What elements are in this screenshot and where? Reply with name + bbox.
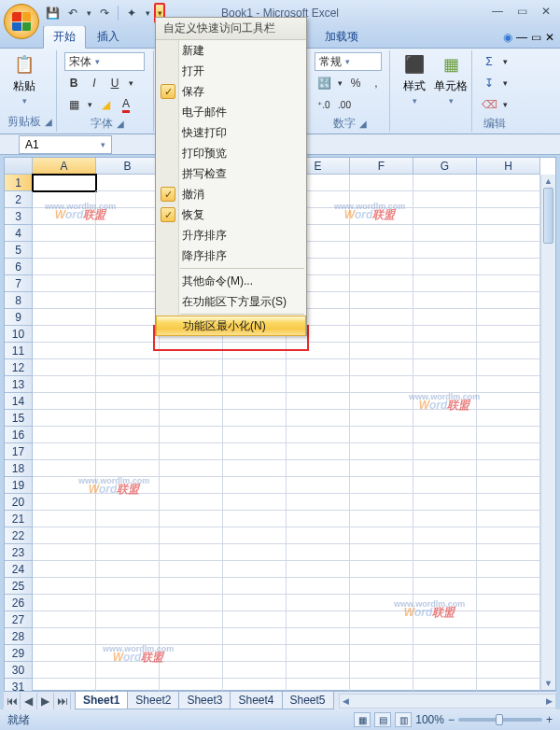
cell[interactable] (160, 427, 223, 443)
cell[interactable] (413, 242, 477, 259)
cell[interactable] (160, 544, 223, 561)
cell[interactable] (413, 208, 477, 225)
cell[interactable] (223, 595, 287, 611)
row-header[interactable]: 22 (5, 527, 33, 544)
comma-button[interactable]: , (367, 74, 385, 92)
menu-item-sort-desc[interactable]: 降序排序 (156, 246, 306, 266)
cell[interactable] (96, 427, 160, 443)
cell[interactable] (96, 511, 160, 527)
cell[interactable] (413, 561, 477, 578)
row-header[interactable]: 30 (5, 662, 33, 679)
doc-close-icon[interactable]: ✕ (545, 31, 554, 44)
cell[interactable] (96, 662, 160, 679)
cell[interactable] (160, 376, 223, 393)
row-header[interactable]: 18 (5, 460, 33, 477)
cell[interactable] (223, 427, 287, 443)
cell[interactable] (160, 359, 223, 376)
cell[interactable] (350, 242, 413, 259)
cell[interactable] (96, 292, 160, 309)
cell[interactable] (287, 376, 350, 393)
scroll-up-icon[interactable]: ▲ (541, 175, 555, 188)
cell[interactable] (287, 578, 350, 595)
cell[interactable] (223, 527, 287, 544)
cell[interactable] (96, 208, 160, 225)
cell[interactable] (350, 527, 413, 544)
cell[interactable] (350, 511, 413, 527)
cell[interactable] (33, 225, 96, 242)
cell[interactable] (33, 208, 96, 225)
cell[interactable] (96, 611, 160, 628)
cell[interactable] (33, 376, 96, 393)
row-header[interactable]: 20 (5, 494, 33, 511)
row-header[interactable]: 13 (5, 376, 33, 393)
cell[interactable] (33, 175, 96, 191)
zoom-out-button[interactable]: − (448, 713, 455, 726)
cell[interactable] (413, 611, 477, 628)
view-normal-button[interactable]: ▦ (354, 712, 371, 727)
scroll-right-icon[interactable]: ▶ (542, 695, 555, 708)
row-header[interactable]: 2 (5, 191, 33, 208)
cell[interactable] (413, 410, 477, 427)
cell[interactable] (33, 410, 96, 427)
cell[interactable] (477, 208, 540, 225)
cell[interactable] (413, 275, 477, 292)
cell[interactable] (33, 393, 96, 410)
row-header[interactable]: 16 (5, 427, 33, 443)
cell[interactable] (33, 326, 96, 343)
cell[interactable] (350, 578, 413, 595)
row-header[interactable]: 12 (5, 359, 33, 376)
column-header[interactable]: A (33, 158, 96, 175)
cell[interactable] (287, 393, 350, 410)
view-page-layout-button[interactable]: ▤ (374, 712, 391, 727)
cell[interactable] (160, 443, 223, 460)
column-header[interactable]: B (96, 158, 160, 175)
cell[interactable] (287, 561, 350, 578)
cell[interactable] (477, 477, 540, 494)
cell[interactable] (33, 578, 96, 595)
border-dropdown[interactable]: ▾ (85, 95, 94, 114)
save-icon[interactable]: 💾 (43, 4, 62, 22)
cell[interactable] (96, 376, 160, 393)
restore-icon[interactable]: ▭ (511, 4, 532, 19)
cell[interactable] (350, 326, 413, 343)
underline-dropdown[interactable]: ▾ (126, 74, 135, 92)
cell[interactable] (350, 208, 413, 225)
cell[interactable] (96, 359, 160, 376)
cell[interactable] (33, 309, 96, 326)
cell[interactable] (33, 527, 96, 544)
doc-restore-icon[interactable]: ▭ (531, 31, 541, 44)
menu-item-redo[interactable]: ✓恢复 (156, 204, 306, 225)
row-header[interactable]: 19 (5, 477, 33, 494)
cell[interactable] (477, 561, 540, 578)
cell[interactable] (350, 191, 413, 208)
cell[interactable] (287, 343, 350, 359)
cell[interactable] (413, 443, 477, 460)
cell[interactable] (287, 527, 350, 544)
cell[interactable] (33, 427, 96, 443)
menu-item-show-below-ribbon[interactable]: 在功能区下方显示(S) (156, 291, 306, 312)
cell[interactable] (350, 292, 413, 309)
cell[interactable] (350, 460, 413, 477)
underline-button[interactable]: U (105, 74, 124, 92)
cell[interactable] (287, 662, 350, 679)
font-name-combo[interactable]: 宋体▾ (64, 52, 145, 71)
cell[interactable] (96, 225, 160, 242)
cell[interactable] (287, 494, 350, 511)
increase-decimal-button[interactable]: ⁺.0 (315, 95, 333, 114)
cell[interactable] (477, 511, 540, 527)
cell[interactable] (223, 611, 287, 628)
menu-item-minimize-ribbon[interactable]: 功能区最小化(N) (156, 316, 306, 336)
cell[interactable] (287, 511, 350, 527)
cell[interactable] (33, 645, 96, 662)
cell[interactable] (413, 259, 477, 275)
row-header[interactable]: 15 (5, 410, 33, 427)
row-header[interactable]: 5 (5, 242, 33, 259)
cell[interactable] (287, 477, 350, 494)
cell[interactable] (350, 662, 413, 679)
menu-item-sort-asc[interactable]: 升序排序 (156, 225, 306, 246)
sheet-tab-4[interactable]: Sheet4 (230, 692, 282, 709)
cell[interactable] (96, 578, 160, 595)
row-header[interactable]: 14 (5, 393, 33, 410)
row-header[interactable]: 11 (5, 343, 33, 359)
cell[interactable] (350, 225, 413, 242)
